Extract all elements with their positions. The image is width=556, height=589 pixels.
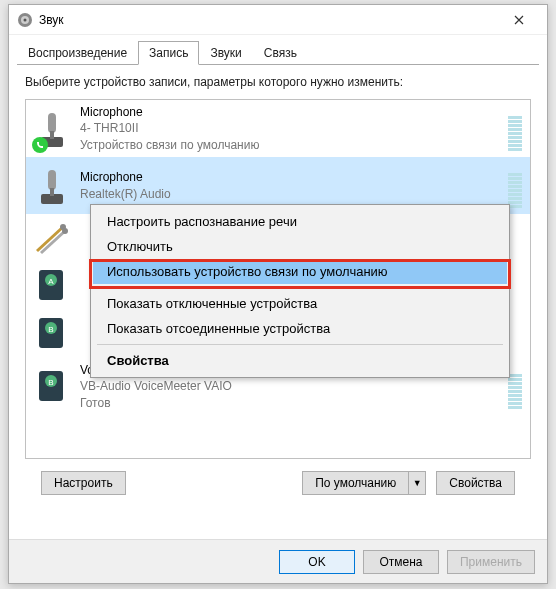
ctx-configure-speech[interactable]: Настроить распознавание речи — [93, 209, 507, 234]
svg-point-12 — [62, 228, 68, 234]
properties-button[interactable]: Свойства — [436, 471, 515, 495]
svg-rect-4 — [48, 113, 56, 133]
bottom-buttons: Настроить По умолчанию ▼ Свойства — [25, 459, 531, 507]
ctx-properties[interactable]: Свойства — [93, 348, 507, 373]
svg-text:A: A — [48, 277, 54, 286]
ctx-disable[interactable]: Отключить — [93, 234, 507, 259]
titlebar: Звук — [9, 5, 547, 35]
jack-icon — [34, 216, 70, 260]
instruction-text: Выберите устройство записи, параметры ко… — [25, 75, 531, 89]
cancel-button[interactable]: Отмена — [363, 550, 439, 574]
speaker-icon — [17, 12, 33, 28]
svg-rect-7 — [48, 170, 56, 190]
level-meter — [508, 164, 522, 208]
tab-sounds[interactable]: Звуки — [199, 41, 252, 65]
sound-dialog: Звук Воспроизведение Запись Звуки Связь … — [8, 4, 548, 584]
level-meter — [508, 365, 522, 409]
device-status: Готов — [80, 395, 508, 411]
context-menu: Настроить распознавание речи Отключить И… — [90, 204, 510, 378]
svg-text:B: B — [48, 378, 53, 387]
svg-rect-5 — [50, 131, 54, 139]
device-row[interactable]: Microphone 4- THR10II Устройство связи п… — [26, 100, 530, 157]
ctx-show-disconnected[interactable]: Показать отсоединенные устройства — [93, 316, 507, 341]
voicemeeter-icon: B — [34, 365, 70, 409]
ctx-show-disabled[interactable]: Показать отключенные устройства — [93, 291, 507, 316]
device-info: Microphone 4- THR10II Устройство связи п… — [80, 104, 508, 153]
ok-button[interactable]: OK — [279, 550, 355, 574]
chevron-down-icon[interactable]: ▼ — [408, 471, 426, 495]
device-list[interactable]: Microphone 4- THR10II Устройство связи п… — [25, 99, 531, 459]
svg-point-2 — [24, 18, 27, 21]
microphone-icon — [34, 107, 70, 151]
svg-line-9 — [37, 227, 63, 251]
device-info: Microphone Realtek(R) Audio — [80, 169, 508, 201]
voicemeeter-icon: B — [34, 312, 70, 356]
phone-badge-icon — [32, 137, 48, 153]
configure-button[interactable]: Настроить — [41, 471, 126, 495]
tab-comms[interactable]: Связь — [253, 41, 308, 65]
ctx-use-default-comm[interactable]: Использовать устройство связи по умолчан… — [93, 259, 507, 284]
device-sub: Realtek(R) Audio — [80, 186, 508, 202]
tab-content: Выберите устройство записи, параметры ко… — [9, 65, 547, 507]
default-split-button[interactable]: По умолчанию ▼ — [302, 471, 426, 495]
tab-playback[interactable]: Воспроизведение — [17, 41, 138, 65]
tab-strip: Воспроизведение Запись Звуки Связь — [9, 35, 547, 65]
device-name: Microphone — [80, 104, 508, 120]
svg-text:B: B — [48, 325, 53, 334]
default-button[interactable]: По умолчанию — [302, 471, 408, 495]
separator — [97, 344, 503, 345]
window-title: Звук — [39, 13, 499, 27]
close-button[interactable] — [499, 6, 539, 34]
level-meter — [508, 107, 522, 151]
separator — [97, 287, 503, 288]
dialog-buttons: OK Отмена Применить — [9, 539, 547, 583]
apply-button[interactable]: Применить — [447, 550, 535, 574]
svg-rect-8 — [50, 188, 54, 196]
device-sub: VB-Audio VoiceMeeter VAIO — [80, 378, 508, 394]
device-sub: 4- THR10II — [80, 120, 508, 136]
device-name: Microphone — [80, 169, 508, 185]
microphone-icon — [34, 164, 70, 208]
voicemeeter-icon: A — [34, 264, 70, 308]
device-status: Устройство связи по умолчанию — [80, 137, 508, 153]
tab-recording[interactable]: Запись — [138, 41, 199, 65]
